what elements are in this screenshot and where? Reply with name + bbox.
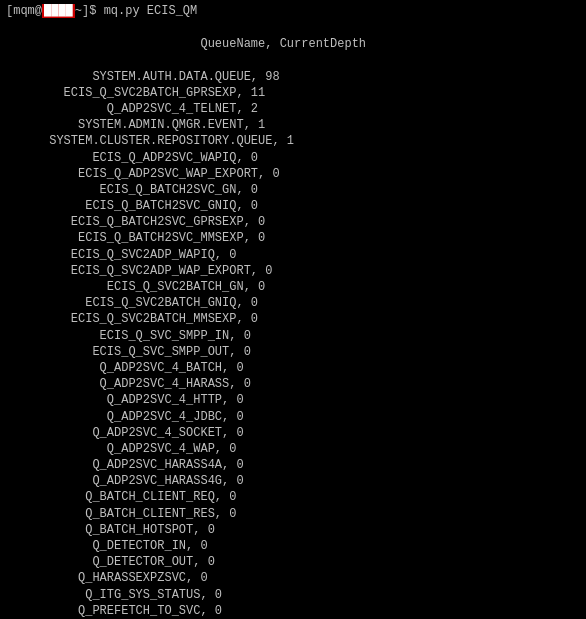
queue-row: ECIS_Q_SVC_SMPP_IN, 0 xyxy=(6,328,580,344)
queue-row: Q_ADP2SVC_4_JDBC, 0 xyxy=(6,409,580,425)
queue-row: Q_ADP2SVC_4_WAP, 0 xyxy=(6,441,580,457)
queue-row: SYSTEM.ADMIN.QMGR.EVENT, 1 xyxy=(6,117,580,133)
terminal-window: [mqm@████ ~]$ mq.py ECIS_QM QueueName, C… xyxy=(0,0,586,619)
queue-row: Q_PREFETCH_TO_SVC, 0 xyxy=(6,603,580,619)
queue-row: Q_ADP2SVC_4_BATCH, 0 xyxy=(6,360,580,376)
queue-row: Q_BATCH_CLIENT_REQ, 0 xyxy=(6,489,580,505)
queue-row: Q_DETECTOR_OUT, 0 xyxy=(6,554,580,570)
queue-row: SYSTEM.AUTH.DATA.QUEUE, 98 xyxy=(6,69,580,85)
queue-row: ECIS_Q_SVC2ADP_WAPIQ, 0 xyxy=(6,247,580,263)
queue-row: Q_ITG_SYS_STATUS, 0 xyxy=(6,587,580,603)
prompt-bracket-open: [ xyxy=(6,4,13,18)
terminal-output: QueueName, CurrentDepth xyxy=(6,20,580,69)
queue-row: SYSTEM.CLUSTER.REPOSITORY.QUEUE, 1 xyxy=(6,133,580,149)
queue-row: Q_ADP2SVC_4_SOCKET, 0 xyxy=(6,425,580,441)
queue-row: Q_BATCH_HOTSPOT, 0 xyxy=(6,522,580,538)
prompt-command: mq.py ECIS_QM xyxy=(96,4,197,18)
queue-row: Q_ADP2SVC_4_HARASS, 0 xyxy=(6,376,580,392)
queue-row: ECIS_Q_BATCH2SVC_GN, 0 xyxy=(6,182,580,198)
prompt-path: ~]$ xyxy=(75,4,97,18)
queue-row: ECIS_Q_ADP2SVC_WAPIQ, 0 xyxy=(6,150,580,166)
queue-rows: SYSTEM.AUTH.DATA.QUEUE, 98 ECIS_Q_SVC2BA… xyxy=(6,69,580,619)
queue-row: ECIS_Q_BATCH2SVC_GPRSEXP, 0 xyxy=(6,214,580,230)
queue-row: Q_ADP2SVC_4_TELNET, 2 xyxy=(6,101,580,117)
queue-row: ECIS_Q_SVC2BATCH_GN, 0 xyxy=(6,279,580,295)
prompt-line: [mqm@████ ~]$ mq.py ECIS_QM xyxy=(6,4,580,18)
queue-row: Q_HARASSEXPZSVC, 0 xyxy=(6,570,580,586)
queue-row: Q_ADP2SVC_HARASS4G, 0 xyxy=(6,473,580,489)
queue-row: Q_ADP2SVC_4_HTTP, 0 xyxy=(6,392,580,408)
queue-row: Q_BATCH_CLIENT_RES, 0 xyxy=(6,506,580,522)
queue-row: ECIS_Q_SVC2BATCH_GPRSEXP, 11 xyxy=(6,85,580,101)
queue-row: ECIS_Q_SVC2ADP_WAP_EXPORT, 0 xyxy=(6,263,580,279)
queue-row: ECIS_Q_ADP2SVC_WAP_EXPORT, 0 xyxy=(6,166,580,182)
prompt-host: ████ xyxy=(42,4,75,18)
output-header: QueueName, CurrentDepth xyxy=(35,37,366,51)
queue-row: ECIS_Q_BATCH2SVC_GNIQ, 0 xyxy=(6,198,580,214)
queue-row: ECIS_Q_SVC2BATCH_GNIQ, 0 xyxy=(6,295,580,311)
queue-row: ECIS_Q_BATCH2SVC_MMSEXP, 0 xyxy=(6,230,580,246)
queue-row: ECIS_Q_SVC_SMPP_OUT, 0 xyxy=(6,344,580,360)
queue-row: Q_ADP2SVC_HARASS4A, 0 xyxy=(6,457,580,473)
prompt-user: mqm@ xyxy=(13,4,42,18)
queue-row: ECIS_Q_SVC2BATCH_MMSEXP, 0 xyxy=(6,311,580,327)
queue-row: Q_DETECTOR_IN, 0 xyxy=(6,538,580,554)
